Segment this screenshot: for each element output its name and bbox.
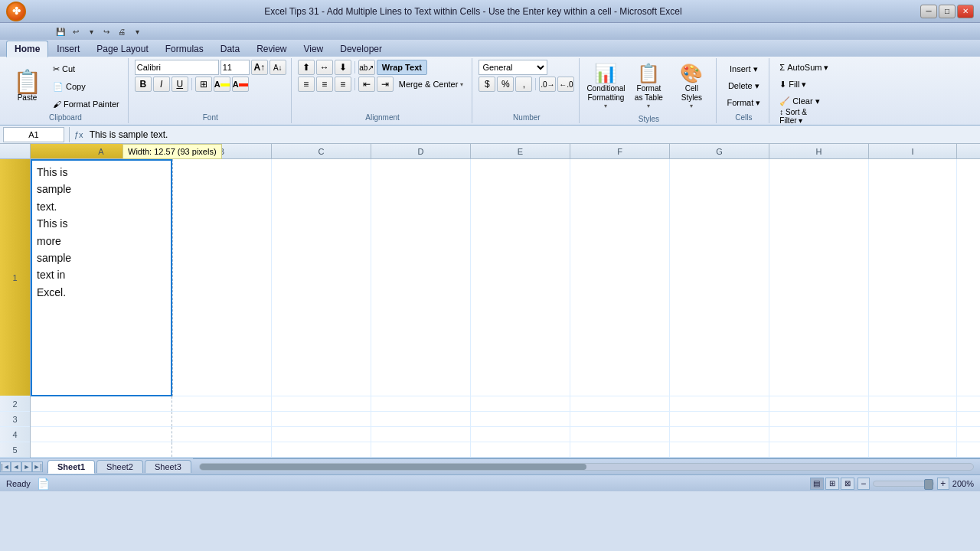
- fill-color-button[interactable]: A: [214, 77, 230, 92]
- cell-b1[interactable]: [172, 159, 272, 396]
- cell-i1[interactable]: [869, 159, 957, 396]
- cell-a2[interactable]: [31, 396, 172, 411]
- sheet-nav-last[interactable]: ►|: [32, 461, 43, 472]
- office-orb[interactable]: ✤: [6, 2, 26, 21]
- cell-c3[interactable]: [272, 412, 371, 426]
- col-header-c[interactable]: C: [272, 144, 371, 158]
- align-center-button[interactable]: ≡: [316, 77, 333, 92]
- comma-button[interactable]: ,: [515, 77, 532, 92]
- row-number-1[interactable]: 1: [0, 159, 30, 396]
- align-left-button[interactable]: ≡: [298, 77, 315, 92]
- col-header-b[interactable]: B: [172, 144, 272, 158]
- underline-button[interactable]: U: [172, 77, 188, 92]
- cell-d5[interactable]: [371, 442, 471, 457]
- merge-center-button[interactable]: Merge & Center ▾: [395, 77, 468, 92]
- cell-b4[interactable]: [172, 427, 272, 442]
- maximize-button[interactable]: □: [939, 5, 956, 18]
- cell-f3[interactable]: [570, 412, 670, 426]
- cell-i3[interactable]: [869, 412, 957, 426]
- cell-e1[interactable]: [471, 159, 570, 396]
- col-header-f[interactable]: F: [570, 144, 670, 158]
- tab-home[interactable]: Home: [6, 41, 48, 57]
- cell-a1[interactable]: This is sample text. This is more sample…: [31, 159, 172, 396]
- cell-e2[interactable]: [471, 396, 570, 411]
- qat-save-button[interactable]: 💾: [54, 24, 67, 38]
- font-name-input[interactable]: [135, 60, 219, 75]
- sheet-nav-first[interactable]: |◄: [0, 461, 11, 472]
- cell-d1[interactable]: [371, 159, 471, 396]
- sort-filter-button[interactable]: ↕ Sort &Filter ▾: [776, 109, 811, 124]
- cell-h3[interactable]: [769, 412, 869, 426]
- align-bottom-button[interactable]: ⬇: [335, 60, 351, 75]
- normal-view-button[interactable]: ▤: [810, 478, 824, 490]
- font-shrink-button[interactable]: A↓: [270, 60, 286, 75]
- sheet-tab-2[interactable]: Sheet2: [96, 460, 143, 473]
- formula-input[interactable]: [87, 127, 977, 142]
- tab-formulas[interactable]: Formulas: [157, 41, 212, 57]
- page-layout-view-button[interactable]: ⊞: [825, 478, 839, 490]
- cell-a3[interactable]: [31, 412, 172, 426]
- format-button[interactable]: Format ▾: [723, 95, 764, 110]
- cell-f1[interactable]: [570, 159, 670, 396]
- qat-undo-button[interactable]: ↩: [69, 24, 83, 38]
- col-header-i[interactable]: I: [869, 144, 957, 158]
- fill-button[interactable]: ⬇ Fill ▾: [776, 77, 810, 92]
- cell-e4[interactable]: [471, 427, 570, 442]
- cell-g5[interactable]: [670, 442, 769, 457]
- zoom-slider[interactable]: [873, 481, 934, 487]
- cell-b5[interactable]: [172, 442, 272, 457]
- zoom-in-button[interactable]: +: [937, 478, 949, 490]
- cell-f4[interactable]: [570, 427, 670, 442]
- cell-h1[interactable]: [769, 159, 869, 396]
- conditional-formatting-button[interactable]: 📊 ConditionalFormatting ▾: [586, 60, 626, 113]
- qat-print-button[interactable]: 🖨: [115, 24, 129, 38]
- wrap-text-button[interactable]: Wrap Text: [377, 60, 427, 75]
- cell-e3[interactable]: [471, 412, 570, 426]
- paste-button[interactable]: 📋 Paste: [8, 67, 47, 105]
- cell-b2[interactable]: [172, 396, 272, 411]
- decrease-indent-button[interactable]: ⇤: [358, 77, 375, 92]
- cell-a4[interactable]: [31, 427, 172, 442]
- cell-i5[interactable]: [869, 442, 957, 457]
- col-header-e[interactable]: E: [471, 144, 570, 158]
- format-painter-button[interactable]: 🖌 Format Painter: [49, 96, 123, 112]
- font-color-button[interactable]: A: [232, 77, 249, 92]
- autosum-button[interactable]: Σ AutoSum ▾: [776, 60, 832, 75]
- currency-button[interactable]: $: [479, 77, 495, 92]
- close-button[interactable]: ✕: [957, 5, 974, 18]
- cell-g1[interactable]: [670, 159, 769, 396]
- italic-button[interactable]: I: [153, 77, 170, 92]
- percent-button[interactable]: %: [497, 77, 514, 92]
- bold-button[interactable]: B: [135, 77, 152, 92]
- cell-f2[interactable]: [570, 396, 670, 411]
- cell-styles-button[interactable]: 🎨 CellStyles ▾: [671, 60, 711, 113]
- cell-h5[interactable]: [769, 442, 869, 457]
- increase-indent-button[interactable]: ⇥: [377, 77, 394, 92]
- row-number-3[interactable]: 3: [0, 412, 30, 427]
- insert-button[interactable]: Insert ▾: [723, 61, 764, 77]
- cell-h2[interactable]: [769, 396, 869, 411]
- cell-d3[interactable]: [371, 412, 471, 426]
- row-number-4[interactable]: 4: [0, 427, 30, 442]
- sheet-tab-3[interactable]: Sheet3: [145, 460, 191, 473]
- font-size-input[interactable]: [220, 60, 250, 75]
- cell-i2[interactable]: [869, 396, 957, 411]
- cell-b3[interactable]: [172, 412, 272, 426]
- align-middle-button[interactable]: ↔: [316, 60, 333, 75]
- qat-undo-dropdown[interactable]: ▾: [84, 24, 98, 38]
- font-grow-button[interactable]: A↑: [251, 60, 268, 75]
- cell-i4[interactable]: [869, 427, 957, 442]
- cell-g3[interactable]: [670, 412, 769, 426]
- zoom-slider-thumb[interactable]: [924, 479, 933, 490]
- col-header-h[interactable]: H: [769, 144, 869, 158]
- row-number-2[interactable]: 2: [0, 396, 30, 412]
- row-number-5[interactable]: 5: [0, 442, 30, 458]
- border-button[interactable]: ⊞: [195, 77, 212, 92]
- copy-button[interactable]: 📄 Copy: [49, 79, 123, 94]
- cell-d2[interactable]: [371, 396, 471, 411]
- delete-button[interactable]: Delete ▾: [723, 78, 764, 93]
- cell-g4[interactable]: [670, 427, 769, 442]
- zoom-out-button[interactable]: −: [858, 478, 870, 490]
- col-header-d[interactable]: D: [371, 144, 471, 158]
- tab-view[interactable]: View: [295, 41, 332, 57]
